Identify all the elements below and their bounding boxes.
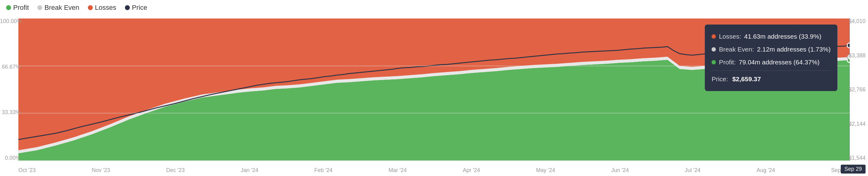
- tooltip-profit-row: Profit: 79.04m addresses (64.37%): [712, 56, 831, 69]
- x-label-nov23: Nov '23: [92, 167, 110, 174]
- breakeven-legend-dot: [37, 5, 42, 10]
- tooltip-losses-dot: [712, 34, 716, 39]
- x-label-aug24: Aug '24: [756, 167, 775, 174]
- price-legend-dot: [125, 5, 130, 10]
- x-label-dec23: Dec '23: [166, 167, 185, 174]
- y-axis-right: $4,010 $3,388 $2,766 $2,144 $1,544: [849, 19, 866, 161]
- tooltip-losses-value: 41.63m addresses (33.9%): [744, 30, 822, 43]
- chart-legend: Profit Break Even Losses Price: [6, 4, 147, 12]
- y-label-67: 66.67%: [0, 64, 21, 69]
- legend-item-price: Price: [125, 4, 147, 12]
- y-label-100: 100.00%: [0, 19, 21, 24]
- x-label-jun24: Jun '24: [611, 167, 628, 174]
- losses-legend-label: Losses: [95, 4, 116, 12]
- y-label-right-2144: $2,144: [849, 121, 866, 127]
- tooltip-losses-row: Losses: 41.63m addresses (33.9%): [712, 30, 831, 43]
- tooltip-profit-label: Profit:: [719, 56, 736, 69]
- tooltip-price-value: $2,659.37: [732, 76, 761, 83]
- x-axis: Oct '23 Nov '23 Dec '23 Jan '24 Feb '24 …: [19, 167, 849, 174]
- y-label-right-3388: $3,388: [849, 53, 866, 58]
- tooltip-profit-value: 79.04m addresses (64.37%): [739, 56, 819, 69]
- y-label-33: 33.33%: [0, 110, 21, 115]
- x-label-jul24: Jul '24: [685, 167, 701, 174]
- y-axis-left: 100.00% 66.67% 33.33% 0.00%: [0, 19, 23, 161]
- legend-item-breakeven: Break Even: [37, 4, 79, 12]
- y-label-right-1544: $1,544: [849, 155, 866, 161]
- x-label-may24: May '24: [536, 167, 555, 174]
- x-label-jan24: Jan '24: [241, 167, 258, 174]
- x-label-oct23: Oct '23: [19, 167, 35, 174]
- tooltip-breakeven-label: Break Even:: [719, 43, 754, 56]
- profit-legend-dot: [6, 5, 11, 10]
- date-badge: Sep 29: [841, 165, 866, 174]
- data-tooltip: Losses: 41.63m addresses (33.9%) Break E…: [705, 25, 837, 91]
- tooltip-breakeven-dot: [712, 47, 716, 52]
- y-label-0: 0.00%: [0, 155, 21, 161]
- price-legend-label: Price: [132, 4, 147, 12]
- x-label-apr24: Apr '24: [463, 167, 480, 174]
- breakeven-legend-label: Break Even: [44, 4, 79, 12]
- tooltip-breakeven-row: Break Even: 2.12m addresses (1.73%): [712, 43, 831, 56]
- tooltip-price-label: Price:: [712, 76, 728, 83]
- y-label-right-4010: $4,010: [849, 19, 866, 24]
- tooltip-profit-dot: [712, 60, 716, 64]
- chart-container: Profit Break Even Losses Price: [0, 0, 868, 176]
- legend-item-profit: Profit: [6, 4, 29, 12]
- profit-legend-label: Profit: [13, 4, 29, 12]
- x-label-feb24: Feb '24: [314, 167, 333, 174]
- tooltip-breakeven-value: 2.12m addresses (1.73%): [757, 43, 831, 56]
- tooltip-losses-label: Losses:: [719, 30, 741, 43]
- losses-legend-dot: [88, 5, 93, 10]
- x-label-mar24: Mar '24: [389, 167, 407, 174]
- tooltip-price-row: Price: $2,659.37: [712, 70, 831, 86]
- y-label-right-2766: $2,766: [849, 87, 866, 92]
- legend-item-losses: Losses: [88, 4, 116, 12]
